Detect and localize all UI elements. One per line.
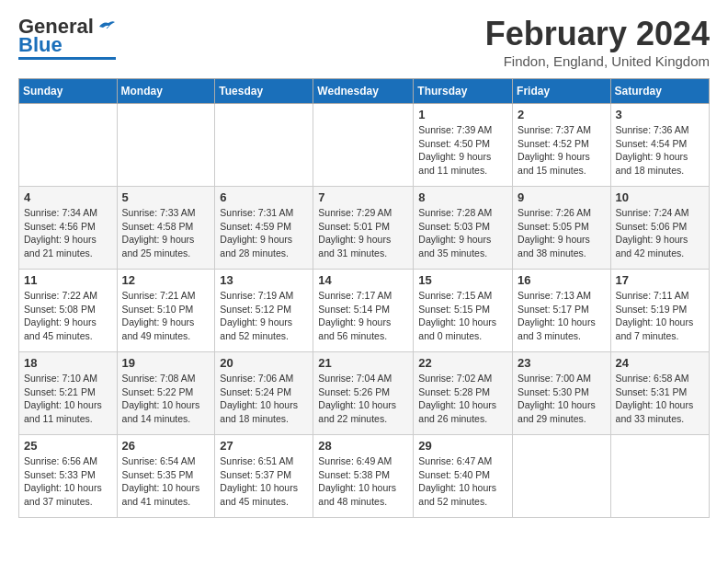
calendar-cell: 21Sunrise: 7:04 AM Sunset: 5:26 PM Dayli… xyxy=(313,352,414,435)
calendar-cell: 17Sunrise: 7:11 AM Sunset: 5:19 PM Dayli… xyxy=(610,270,709,352)
calendar-cell xyxy=(513,435,611,518)
calendar-cell: 13Sunrise: 7:19 AM Sunset: 5:12 PM Dayli… xyxy=(215,270,313,352)
calendar-week-4: 18Sunrise: 7:10 AM Sunset: 5:21 PM Dayli… xyxy=(19,352,710,435)
day-info: Sunrise: 7:34 AM Sunset: 4:56 PM Dayligh… xyxy=(24,206,112,260)
calendar-cell: 3Sunrise: 7:36 AM Sunset: 4:54 PM Daylig… xyxy=(610,104,709,187)
day-info: Sunrise: 7:00 AM Sunset: 5:30 PM Dayligh… xyxy=(518,372,606,426)
calendar-header-row: SundayMondayTuesdayWednesdayThursdayFrid… xyxy=(19,79,710,104)
calendar-cell: 15Sunrise: 7:15 AM Sunset: 5:15 PM Dayli… xyxy=(414,270,513,352)
day-number: 26 xyxy=(122,439,210,453)
calendar-cell: 9Sunrise: 7:26 AM Sunset: 5:05 PM Daylig… xyxy=(513,187,611,270)
day-number: 27 xyxy=(220,439,308,453)
day-number: 13 xyxy=(220,273,308,287)
day-info: Sunrise: 7:21 AM Sunset: 5:10 PM Dayligh… xyxy=(122,289,210,343)
day-number: 4 xyxy=(24,190,112,204)
calendar-cell: 4Sunrise: 7:34 AM Sunset: 4:56 PM Daylig… xyxy=(19,187,118,270)
day-info: Sunrise: 7:24 AM Sunset: 5:06 PM Dayligh… xyxy=(616,206,704,260)
day-header-sunday: Sunday xyxy=(19,79,118,104)
day-number: 17 xyxy=(616,273,704,287)
calendar-cell xyxy=(313,104,414,187)
day-number: 22 xyxy=(418,356,507,370)
day-info: Sunrise: 6:58 AM Sunset: 5:31 PM Dayligh… xyxy=(616,372,704,426)
day-number: 6 xyxy=(220,190,308,204)
calendar-week-1: 1Sunrise: 7:39 AM Sunset: 4:50 PM Daylig… xyxy=(19,104,710,187)
logo-blue: Blue xyxy=(18,35,63,55)
day-number: 16 xyxy=(518,273,606,287)
day-number: 18 xyxy=(24,356,112,370)
day-info: Sunrise: 6:54 AM Sunset: 5:35 PM Dayligh… xyxy=(122,454,210,509)
calendar-cell: 20Sunrise: 7:06 AM Sunset: 5:24 PM Dayli… xyxy=(215,352,313,435)
day-info: Sunrise: 7:33 AM Sunset: 4:58 PM Dayligh… xyxy=(122,206,210,260)
calendar-cell: 1Sunrise: 7:39 AM Sunset: 4:50 PM Daylig… xyxy=(414,104,513,187)
day-info: Sunrise: 7:10 AM Sunset: 5:21 PM Dayligh… xyxy=(24,372,112,426)
day-number: 29 xyxy=(418,439,507,453)
day-number: 28 xyxy=(318,439,408,453)
day-number: 8 xyxy=(418,190,507,204)
day-number: 1 xyxy=(418,108,507,121)
day-header-thursday: Thursday xyxy=(414,79,513,104)
day-header-friday: Friday xyxy=(513,79,611,104)
day-info: Sunrise: 7:08 AM Sunset: 5:22 PM Dayligh… xyxy=(122,372,210,426)
title-area: February 2024 Findon, England, United Ki… xyxy=(485,15,710,69)
day-number: 25 xyxy=(24,439,112,453)
day-number: 5 xyxy=(122,190,210,204)
day-number: 24 xyxy=(616,356,704,370)
calendar-cell: 26Sunrise: 6:54 AM Sunset: 5:35 PM Dayli… xyxy=(117,435,215,518)
calendar-cell: 23Sunrise: 7:00 AM Sunset: 5:30 PM Dayli… xyxy=(513,352,611,435)
calendar: SundayMondayTuesdayWednesdayThursdayFrid… xyxy=(18,78,710,518)
day-info: Sunrise: 7:31 AM Sunset: 4:59 PM Dayligh… xyxy=(220,206,308,260)
day-number: 14 xyxy=(318,273,408,287)
day-info: Sunrise: 7:04 AM Sunset: 5:26 PM Dayligh… xyxy=(318,372,408,426)
day-info: Sunrise: 7:11 AM Sunset: 5:19 PM Dayligh… xyxy=(616,289,704,343)
day-info: Sunrise: 7:22 AM Sunset: 5:08 PM Dayligh… xyxy=(24,289,112,343)
day-info: Sunrise: 7:28 AM Sunset: 5:03 PM Dayligh… xyxy=(418,206,507,260)
calendar-cell: 14Sunrise: 7:17 AM Sunset: 5:14 PM Dayli… xyxy=(313,270,414,352)
logo-bird-icon xyxy=(97,19,116,34)
calendar-cell xyxy=(215,104,313,187)
day-info: Sunrise: 6:56 AM Sunset: 5:33 PM Dayligh… xyxy=(24,454,112,509)
calendar-cell: 8Sunrise: 7:28 AM Sunset: 5:03 PM Daylig… xyxy=(414,187,513,270)
logo-underline xyxy=(18,57,116,60)
calendar-cell: 25Sunrise: 6:56 AM Sunset: 5:33 PM Dayli… xyxy=(19,435,118,518)
day-number: 3 xyxy=(616,108,704,121)
day-info: Sunrise: 7:26 AM Sunset: 5:05 PM Dayligh… xyxy=(518,206,606,260)
day-number: 10 xyxy=(616,190,704,204)
calendar-cell: 11Sunrise: 7:22 AM Sunset: 5:08 PM Dayli… xyxy=(19,270,118,352)
calendar-cell: 6Sunrise: 7:31 AM Sunset: 4:59 PM Daylig… xyxy=(215,187,313,270)
calendar-cell: 27Sunrise: 6:51 AM Sunset: 5:37 PM Dayli… xyxy=(215,435,313,518)
day-number: 12 xyxy=(122,273,210,287)
subtitle: Findon, England, United Kingdom xyxy=(485,53,710,69)
day-info: Sunrise: 7:17 AM Sunset: 5:14 PM Dayligh… xyxy=(318,289,408,343)
day-info: Sunrise: 7:15 AM Sunset: 5:15 PM Dayligh… xyxy=(418,289,507,343)
calendar-cell: 10Sunrise: 7:24 AM Sunset: 5:06 PM Dayli… xyxy=(610,187,709,270)
calendar-cell: 18Sunrise: 7:10 AM Sunset: 5:21 PM Dayli… xyxy=(19,352,118,435)
day-number: 23 xyxy=(518,356,606,370)
day-header-monday: Monday xyxy=(117,79,215,104)
day-number: 2 xyxy=(518,108,606,121)
day-number: 15 xyxy=(418,273,507,287)
calendar-cell: 29Sunrise: 6:47 AM Sunset: 5:40 PM Dayli… xyxy=(414,435,513,518)
day-number: 20 xyxy=(220,356,308,370)
day-header-tuesday: Tuesday xyxy=(215,79,313,104)
day-number: 19 xyxy=(122,356,210,370)
calendar-cell: 16Sunrise: 7:13 AM Sunset: 5:17 PM Dayli… xyxy=(513,270,611,352)
calendar-cell xyxy=(117,104,215,187)
day-info: Sunrise: 7:19 AM Sunset: 5:12 PM Dayligh… xyxy=(220,289,308,343)
calendar-cell xyxy=(19,104,118,187)
calendar-cell: 24Sunrise: 6:58 AM Sunset: 5:31 PM Dayli… xyxy=(610,352,709,435)
day-info: Sunrise: 7:36 AM Sunset: 4:54 PM Dayligh… xyxy=(616,123,704,178)
calendar-week-2: 4Sunrise: 7:34 AM Sunset: 4:56 PM Daylig… xyxy=(19,187,710,270)
calendar-cell: 5Sunrise: 7:33 AM Sunset: 4:58 PM Daylig… xyxy=(117,187,215,270)
day-number: 11 xyxy=(24,273,112,287)
day-info: Sunrise: 6:49 AM Sunset: 5:38 PM Dayligh… xyxy=(318,454,408,509)
calendar-cell: 28Sunrise: 6:49 AM Sunset: 5:38 PM Dayli… xyxy=(313,435,414,518)
day-number: 9 xyxy=(518,190,606,204)
calendar-cell xyxy=(610,435,709,518)
calendar-cell: 22Sunrise: 7:02 AM Sunset: 5:28 PM Dayli… xyxy=(414,352,513,435)
calendar-cell: 2Sunrise: 7:37 AM Sunset: 4:52 PM Daylig… xyxy=(513,104,611,187)
calendar-week-5: 25Sunrise: 6:56 AM Sunset: 5:33 PM Dayli… xyxy=(19,435,710,518)
day-info: Sunrise: 7:06 AM Sunset: 5:24 PM Dayligh… xyxy=(220,372,308,426)
calendar-week-3: 11Sunrise: 7:22 AM Sunset: 5:08 PM Dayli… xyxy=(19,270,710,352)
day-number: 21 xyxy=(318,356,408,370)
day-number: 7 xyxy=(318,190,408,204)
